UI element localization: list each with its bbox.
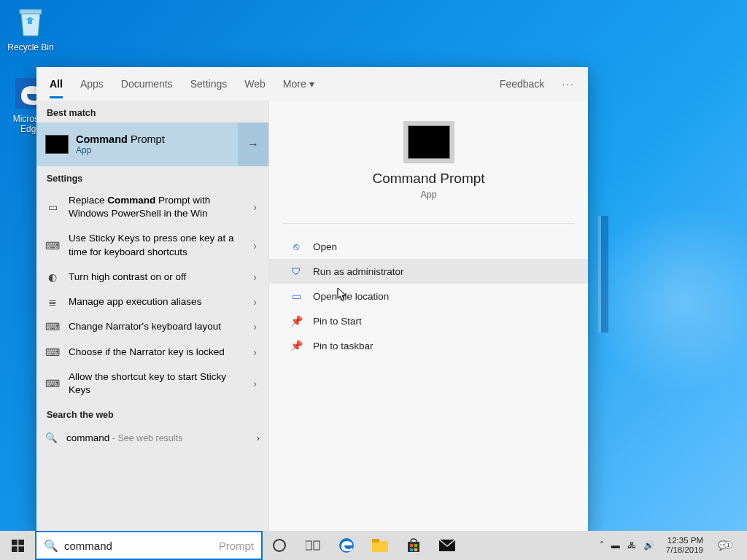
windows-logo-icon [12,540,24,552]
settings-item-icon: ⌨ [45,321,60,332]
svg-rect-5 [18,546,24,552]
taskbar-clock[interactable]: 12:35 PM 7/18/2019 [662,536,708,555]
settings-item-label: Turn high contrast on or off [69,271,241,284]
settings-item-icon: ▭ [45,201,60,213]
detail-kind: App [269,190,588,200]
feedback-link[interactable]: Feedback [500,69,544,98]
best-match-title: Command Prompt [76,133,165,145]
notification-badge: 1 [724,541,732,549]
settings-item-icon: ◐ [45,271,60,283]
section-header-best-match: Best match [36,101,268,122]
settings-result[interactable]: ◐ Turn high contrast on or off › [36,265,268,289]
action-label: Pin to Start [313,316,362,327]
settings-item-label: Use Sticky Keys to press one key at a ti… [69,232,241,258]
svg-rect-12 [408,542,419,552]
chevron-right-icon: › [250,201,260,213]
cortana-button[interactable] [263,531,296,560]
battery-icon[interactable]: ▬ [611,540,620,551]
settings-item-label: Change Narrator's keyboard layout [69,320,241,333]
expand-result-button[interactable]: → [238,122,268,166]
web-search-result[interactable]: 🔍 command - See web results › [36,424,268,451]
result-detail-pane: Command Prompt App ⎋Open🛡Run as administ… [268,101,588,531]
network-icon[interactable]: 🖧 [627,540,636,551]
desktop-icon-recycle-bin[interactable]: Recycle Bin [3,4,58,52]
tab-all[interactable]: All [50,69,63,98]
svg-rect-8 [314,541,320,550]
taskbar-app-store[interactable] [397,531,430,560]
svg-rect-13 [410,544,413,547]
tab-apps[interactable]: Apps [80,69,104,98]
settings-result[interactable]: ⌨ Allow the shortcut key to start Sticky… [36,365,268,402]
detail-title: Command Prompt [269,171,588,187]
chevron-right-icon: › [257,432,260,443]
taskbar-pinned-apps [263,531,464,560]
action-label: Open [313,241,337,252]
task-view-button[interactable] [296,531,330,560]
svg-rect-0 [20,9,42,14]
chevron-right-icon: › [250,296,260,308]
action-center-button[interactable]: 💬 1 [715,540,731,551]
command-prompt-icon [45,135,69,154]
command-prompt-icon [408,125,450,159]
search-icon: 🔍 [45,432,58,443]
volume-icon[interactable]: 🔊 [643,540,654,551]
tray-overflow-chevron-icon[interactable]: ˄ [600,540,604,551]
svg-rect-16 [414,548,417,551]
svg-rect-7 [306,541,311,550]
search-scope-tabs: All Apps Documents Settings Web More▾ Fe… [36,67,588,101]
action-label: Pin to taskbar [313,341,374,351]
start-search-panel: All Apps Documents Settings Web More▾ Fe… [36,67,588,531]
chevron-right-icon: › [250,378,260,389]
action-icon: 📌 [290,315,303,327]
taskbar-app-edge[interactable] [330,531,363,560]
tab-web[interactable]: Web [244,69,266,98]
search-icon: 🔍 [44,539,58,553]
settings-result[interactable]: ≣ Manage app execution aliases › [36,289,268,314]
detail-action-pin-to-start[interactable]: 📌Pin to Start [269,308,588,333]
detail-action-run-as-administrator[interactable]: 🛡Run as administrator [269,259,588,284]
action-label: Run as administrator [313,266,404,277]
tab-more[interactable]: More▾ [283,69,314,98]
svg-rect-10 [372,541,388,552]
section-header-settings: Settings [36,166,268,188]
best-match-result[interactable]: Command Prompt App → [36,122,268,166]
recycle-bin-icon [13,4,48,39]
svg-rect-2 [12,540,18,545]
taskbar-search-box[interactable]: 🔍 Prompt [35,531,263,560]
taskbar-app-mail[interactable] [430,531,464,560]
chevron-right-icon: › [250,271,260,283]
settings-result[interactable]: ⌨ Use Sticky Keys to press one key at a … [36,226,268,264]
action-icon: ⎋ [290,241,303,252]
action-icon: 📌 [290,340,303,351]
svg-rect-14 [414,544,417,547]
settings-item-icon: ⌨ [45,378,60,389]
svg-rect-11 [372,539,379,542]
action-icon: ▭ [290,290,303,302]
taskbar: 🔍 Prompt ˄ ▬ 🖧 🔊 12:35 PM 7/18/2019 💬 1 [0,531,747,560]
detail-action-open[interactable]: ⎋Open [269,234,588,259]
start-button[interactable] [0,531,35,560]
settings-result[interactable]: ⌨ Choose if the Narrator key is locked › [36,340,268,365]
overflow-menu-icon[interactable]: ··· [562,69,575,98]
settings-item-label: Choose if the Narrator key is locked [69,346,241,359]
settings-item-icon: ≣ [45,296,60,308]
search-input[interactable] [64,540,216,552]
tab-documents[interactable]: Documents [121,69,173,98]
detail-action-pin-to-taskbar[interactable]: 📌Pin to taskbar [269,333,588,358]
results-list: Best match Command Prompt App → Settings… [36,101,268,531]
tab-settings[interactable]: Settings [190,69,228,98]
desktop-icon-label: Recycle Bin [3,42,58,52]
action-icon: 🛡 [290,265,303,277]
settings-result[interactable]: ▭ Replace Command Prompt with Windows Po… [36,188,268,226]
chevron-right-icon: › [250,321,260,332]
taskbar-app-file-explorer[interactable] [363,531,397,560]
settings-item-label: Manage app execution aliases [69,295,241,308]
svg-rect-3 [18,540,24,545]
settings-item-icon: ⌨ [45,240,60,252]
section-header-web: Search the web [36,402,268,424]
settings-result[interactable]: ⌨ Change Narrator's keyboard layout › [36,314,268,339]
svg-rect-15 [410,548,413,551]
action-label: Open file location [313,291,389,302]
settings-item-icon: ⌨ [45,346,60,358]
detail-action-open-file-location[interactable]: ▭Open file location [269,284,588,308]
